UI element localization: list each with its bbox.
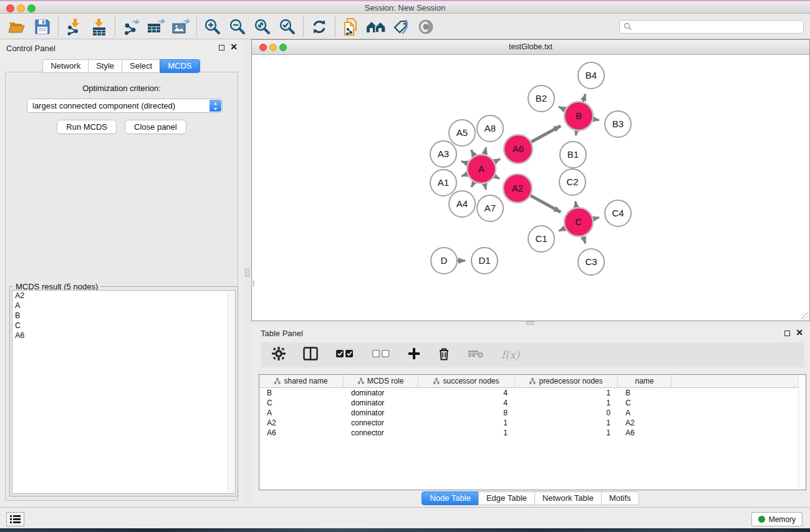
tab-network-table[interactable]: Network Table — [534, 491, 602, 505]
table-cell[interactable]: 1 — [515, 418, 618, 427]
node-A[interactable]: A — [467, 155, 496, 183]
table-cell[interactable]: 4 — [418, 399, 515, 407]
table-row[interactable]: Adominator80A — [259, 408, 806, 418]
tab-mcds[interactable]: MCDS — [160, 59, 200, 73]
node-C2[interactable]: C2 — [559, 169, 586, 195]
table-cell[interactable]: A — [259, 409, 344, 417]
table-row[interactable]: A2connector11A2 — [259, 418, 806, 428]
table-cell[interactable]: 1 — [515, 389, 618, 397]
node-B3[interactable]: B3 — [605, 111, 631, 137]
column-header-name[interactable]: name — [618, 375, 672, 387]
open-session-icon[interactable] — [5, 16, 30, 37]
table-cell[interactable]: A2 — [259, 418, 344, 427]
table-cell[interactable]: C — [259, 399, 344, 407]
table-cell[interactable]: B — [259, 389, 344, 397]
table-cell[interactable]: dominator — [344, 399, 418, 407]
tab-style[interactable]: Style — [88, 59, 122, 73]
tab-network[interactable]: Network — [42, 59, 89, 73]
node-A6[interactable]: A6 — [504, 135, 533, 163]
table-cell[interactable]: connector — [344, 428, 418, 437]
node-A3[interactable]: A3 — [430, 141, 456, 167]
edge-A6-B[interactable] — [530, 126, 561, 143]
node-C[interactable]: C — [564, 208, 593, 236]
node-D1[interactable]: D1 — [471, 248, 498, 274]
table-cell[interactable]: 1 — [418, 418, 515, 427]
table-cell[interactable]: 0 — [515, 409, 618, 417]
window-resize-grip[interactable] — [801, 312, 809, 320]
float-panel-icon[interactable] — [219, 45, 224, 51]
node-A4[interactable]: A4 — [449, 191, 475, 217]
close-panel-icon[interactable]: ✕ — [230, 42, 238, 52]
node-A5[interactable]: A5 — [449, 120, 475, 146]
optimization-criterion-select[interactable]: largest connected component (directed) ▲… — [27, 99, 223, 113]
tab-select[interactable]: Select — [122, 59, 160, 73]
settings-gear-icon[interactable] — [272, 347, 286, 363]
zoom-selected-icon[interactable] — [275, 16, 300, 37]
mcds-result-item[interactable]: B — [12, 311, 235, 321]
zoom-in-icon[interactable] — [200, 16, 225, 37]
tab-edge-table[interactable]: Edge Table — [478, 491, 535, 505]
table-cell[interactable]: dominator — [344, 389, 418, 397]
list-scrollbar[interactable] — [228, 291, 235, 493]
table-cell[interactable]: A6 — [259, 428, 344, 437]
node-C4[interactable]: C4 — [605, 200, 631, 226]
table-row[interactable]: Bdominator41B — [259, 388, 806, 398]
search-input[interactable] — [619, 20, 804, 34]
export-table-icon[interactable] — [143, 16, 168, 37]
export-image-icon[interactable] — [168, 16, 193, 37]
table-cell[interactable]: 1 — [515, 428, 618, 437]
mcds-result-item[interactable]: C — [12, 321, 235, 331]
import-table-icon[interactable] — [87, 16, 112, 37]
column-header-successor-nodes[interactable]: successor nodes — [418, 375, 515, 387]
select-all-icon[interactable] — [335, 349, 354, 361]
eye-icon[interactable] — [413, 16, 438, 37]
close-table-panel-icon[interactable]: ✕ — [796, 327, 803, 337]
mcds-result-item[interactable]: A6 — [12, 331, 235, 341]
table-cell[interactable]: 8 — [418, 409, 515, 417]
table-cell[interactable]: connector — [344, 418, 418, 427]
node-C1[interactable]: C1 — [528, 226, 554, 252]
tab-motifs[interactable]: Motifs — [601, 491, 639, 505]
table-cell[interactable]: A2 — [618, 418, 672, 427]
table-cell[interactable]: A — [618, 409, 672, 417]
table-cell[interactable]: 4 — [418, 389, 515, 397]
zoom-out-icon[interactable] — [225, 16, 250, 37]
column-header-predecessor-nodes[interactable]: predecessor nodes — [515, 375, 618, 387]
deselect-all-icon[interactable] — [372, 349, 390, 361]
table-scrollbar[interactable] — [798, 375, 806, 490]
node-B1[interactable]: B1 — [560, 142, 586, 168]
mcds-result-item[interactable]: A — [12, 301, 235, 311]
column-header-shared-name[interactable]: shared name — [259, 375, 344, 387]
columns-icon[interactable] — [303, 347, 318, 363]
task-history-button[interactable] — [6, 512, 24, 526]
table-cell[interactable]: 1 — [418, 428, 515, 437]
run-mcds-button[interactable]: Run MCDS — [57, 120, 117, 134]
delete-column-icon[interactable] — [438, 347, 450, 363]
add-column-icon[interactable] — [408, 347, 420, 362]
table-row[interactable]: Cdominator41C — [259, 398, 806, 408]
vertical-split-handle[interactable] — [245, 269, 249, 277]
import-network-icon[interactable] — [62, 16, 87, 37]
hide-labels-icon[interactable] — [388, 16, 413, 37]
home-layout-icon[interactable] — [364, 16, 388, 37]
memory-button[interactable]: Memory — [751, 512, 803, 526]
table-cell[interactable]: A6 — [618, 428, 672, 437]
network-window-titlebar[interactable]: testGlobe.txt — [252, 40, 809, 55]
node-A1[interactable]: A1 — [430, 170, 456, 196]
node-A8[interactable]: A8 — [477, 115, 503, 142]
refresh-icon[interactable] — [307, 16, 332, 37]
table-cell[interactable]: C — [618, 399, 672, 407]
vertical-split-divider[interactable] — [243, 39, 251, 507]
network-canvas[interactable]: B4B2BB3A8A5A6A3B1AA1C2A2A4A7C4CC1C3DD1 — [252, 55, 809, 321]
node-B2[interactable]: B2 — [528, 85, 554, 112]
table-cell[interactable]: B — [618, 389, 672, 397]
network-from-file-icon[interactable] — [339, 16, 364, 37]
column-header-MCDS-role[interactable]: MCDS role — [344, 375, 418, 387]
network-graph[interactable]: B4B2BB3A8A5A6A3B1AA1C2A2A4A7C4CC1C3DD1 — [252, 55, 809, 321]
edge-A2-C[interactable] — [529, 195, 561, 212]
table-row[interactable]: A6connector11A6 — [259, 428, 806, 438]
close-panel-button[interactable]: Close panel — [125, 120, 186, 134]
zoom-fit-icon[interactable] — [250, 16, 275, 37]
table-cell[interactable]: dominator — [344, 409, 418, 417]
node-D[interactable]: D — [431, 248, 457, 274]
